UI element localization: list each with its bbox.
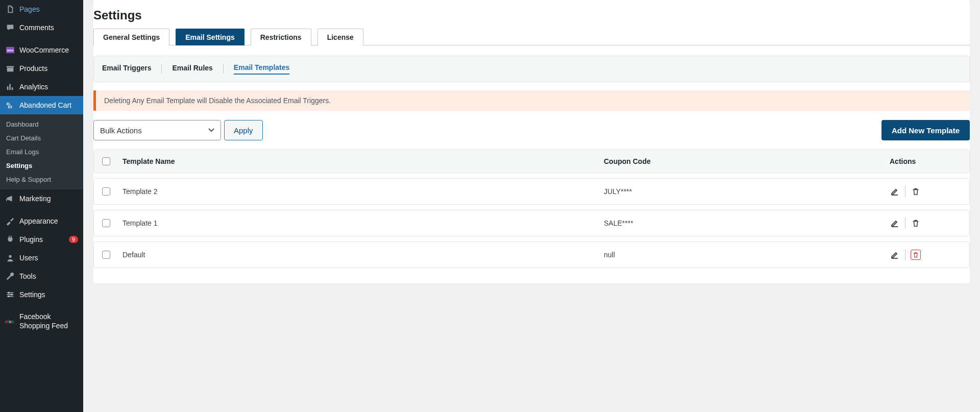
select-all-checkbox[interactable]	[102, 157, 110, 165]
sidebar-label: Appearance	[19, 217, 78, 226]
subtab-templates[interactable]: Email Templates	[234, 63, 289, 75]
submenu-settings[interactable]: Settings	[0, 159, 83, 173]
trash-icon[interactable]	[911, 186, 921, 197]
bulk-select-value: Bulk Actions	[100, 126, 142, 135]
edit-icon[interactable]	[890, 186, 900, 197]
row-checkbox[interactable]	[102, 251, 110, 259]
subtab-rules[interactable]: Email Rules	[172, 64, 212, 74]
sidebar-item-fb-feed[interactable]: elex Facebook Shopping Feed	[0, 308, 83, 334]
template-name-cell: Default	[122, 251, 604, 259]
svg-point-4	[9, 255, 11, 258]
toolbar: Bulk Actions Apply Add New Template	[93, 120, 970, 140]
subtab-triggers[interactable]: Email Triggers	[102, 64, 151, 74]
sidebar-item-appearance[interactable]: Appearance	[0, 212, 83, 230]
submenu-email-logs[interactable]: Email Logs	[0, 145, 83, 159]
comments-icon	[5, 22, 15, 33]
sidebar-label: Pages	[19, 5, 78, 14]
tab-email[interactable]: Email Settings	[176, 29, 244, 45]
elex-icon: ELEX	[5, 100, 15, 110]
table-row: Defaultnull	[93, 241, 970, 268]
woocommerce-icon: woo	[5, 45, 15, 55]
edit-icon[interactable]	[890, 218, 900, 228]
header-actions: Actions	[890, 157, 961, 165]
divider	[905, 217, 905, 229]
users-icon	[5, 253, 15, 263]
sidebar-item-tools[interactable]: Tools	[0, 267, 83, 285]
tools-icon	[5, 271, 15, 281]
svg-text:EX: EX	[8, 105, 13, 109]
sidebar-label: Abandoned Cart	[19, 101, 78, 110]
divider	[905, 186, 905, 197]
plugins-badge: 9	[69, 236, 78, 243]
apply-button[interactable]: Apply	[224, 120, 263, 140]
divider	[161, 64, 162, 74]
bulk-actions-select[interactable]: Bulk Actions	[93, 120, 221, 140]
header-code: Coupon Code	[604, 157, 890, 165]
sidebar-label: Marketing	[19, 195, 78, 203]
sidebar-label: Tools	[19, 272, 78, 281]
template-name-cell: Template 2	[122, 187, 604, 196]
plugins-icon	[5, 234, 15, 245]
sidebar-label: Analytics	[19, 83, 78, 91]
coupon-code-cell: SALE****	[604, 219, 890, 227]
sidebar-label: Products	[19, 64, 78, 73]
sidebar-label: WooCommerce	[19, 46, 78, 55]
admin-sidebar: Pages Comments woo WooCommerce Products …	[0, 0, 83, 412]
chevron-down-icon	[208, 128, 214, 132]
divider	[905, 249, 905, 260]
sidebar-label: Users	[19, 254, 78, 262]
main-content: Settings General Settings Email Settings…	[83, 0, 980, 412]
sidebar-label: Comments	[19, 23, 78, 32]
sidebar-item-woocommerce[interactable]: woo WooCommerce	[0, 41, 83, 59]
svg-text:elex: elex	[5, 319, 14, 324]
svg-point-10	[8, 296, 10, 298]
sidebar-item-users[interactable]: Users	[0, 249, 83, 267]
template-name-cell: Template 1	[122, 219, 604, 227]
warning-alert: Deleting Any Email Template will Disable…	[93, 90, 970, 111]
analytics-icon	[5, 82, 15, 92]
submenu-dashboard[interactable]: Dashboard	[0, 117, 83, 131]
tab-license[interactable]: License	[317, 29, 363, 45]
appearance-icon	[5, 216, 15, 226]
svg-point-9	[11, 294, 13, 296]
trash-icon[interactable]	[911, 218, 921, 228]
sidebar-item-marketing[interactable]: Marketing	[0, 189, 83, 208]
coupon-code-cell: null	[604, 251, 890, 259]
header-name: Template Name	[122, 157, 604, 165]
row-checkbox[interactable]	[102, 219, 110, 227]
sidebar-label: Plugins	[19, 235, 67, 244]
svg-text:woo: woo	[7, 49, 14, 52]
sidebar-item-plugins[interactable]: Plugins 9	[0, 230, 83, 249]
trash-icon[interactable]	[911, 250, 921, 260]
row-checkbox[interactable]	[102, 187, 110, 196]
templates-table: Template Name Coupon Code Actions Templa…	[93, 150, 970, 268]
divider	[223, 64, 224, 74]
add-template-button[interactable]: Add New Template	[881, 120, 970, 140]
sidebar-label: Facebook Shopping Feed	[19, 312, 78, 330]
coupon-code-cell: JULY****	[604, 187, 890, 196]
table-header: Template Name Coupon Code Actions	[93, 150, 970, 173]
elex-color-icon: elex	[5, 316, 15, 326]
tab-general[interactable]: General Settings	[93, 29, 169, 45]
submenu-cart-details[interactable]: Cart Details	[0, 131, 83, 145]
sidebar-item-products[interactable]: Products	[0, 59, 83, 78]
email-subtabs: Email Triggers Email Rules Email Templat…	[93, 56, 970, 82]
products-icon	[5, 63, 15, 74]
sidebar-item-comments[interactable]: Comments	[0, 18, 83, 37]
abandoned-cart-submenu: Dashboard Cart Details Email Logs Settin…	[0, 114, 83, 189]
settings-icon	[5, 289, 15, 300]
table-row: Template 1SALE****	[93, 210, 970, 236]
page-title: Settings	[93, 0, 970, 29]
sidebar-label: Settings	[19, 290, 78, 299]
sidebar-item-settings[interactable]: Settings	[0, 285, 83, 304]
sidebar-item-pages[interactable]: Pages	[0, 0, 83, 18]
settings-tabs: General Settings Email Settings Restrict…	[93, 29, 970, 45]
svg-point-8	[8, 292, 10, 294]
sidebar-item-abandoned-cart[interactable]: ELEX Abandoned Cart	[0, 96, 83, 114]
submenu-help[interactable]: Help & Support	[0, 173, 83, 186]
sidebar-item-analytics[interactable]: Analytics	[0, 78, 83, 96]
edit-icon[interactable]	[890, 250, 900, 260]
table-row: Template 2JULY****	[93, 178, 970, 205]
tab-restrictions[interactable]: Restrictions	[251, 29, 311, 45]
pages-icon	[5, 4, 15, 14]
